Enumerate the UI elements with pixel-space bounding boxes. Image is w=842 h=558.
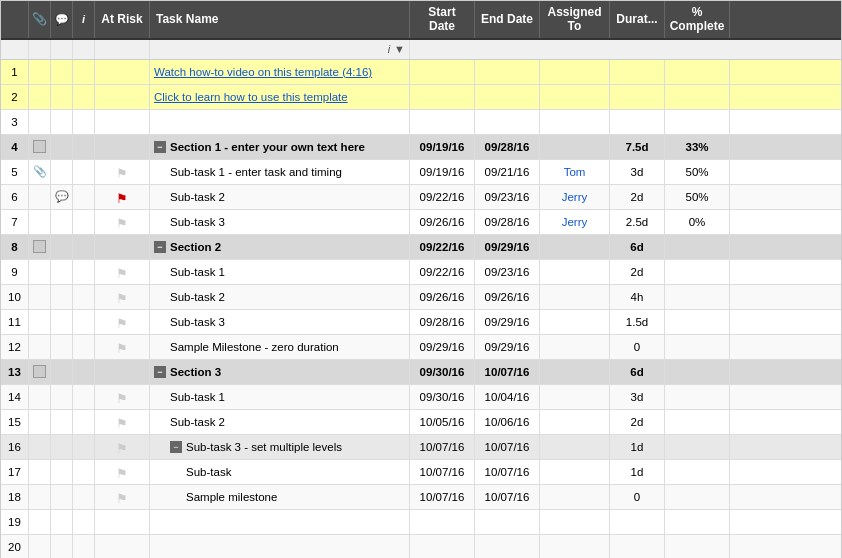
comment-6: 💬 — [51, 185, 73, 209]
pct-11 — [665, 310, 730, 334]
attach-19 — [29, 510, 51, 534]
info-7 — [73, 210, 95, 234]
assigned-4 — [540, 135, 610, 159]
flag-icon-15[interactable] — [116, 416, 128, 428]
start-2 — [410, 85, 475, 109]
row-num-15: 15 — [1, 410, 29, 434]
assigned-2 — [540, 85, 610, 109]
start-12: 09/29/16 — [410, 335, 475, 359]
flag-icon-10[interactable] — [116, 291, 128, 303]
row-num-3: 3 — [1, 110, 29, 134]
info-3 — [73, 110, 95, 134]
info-5 — [73, 160, 95, 184]
attach-12 — [29, 335, 51, 359]
assigned-5: Tom — [540, 160, 610, 184]
pct-1 — [665, 60, 730, 84]
duration-7: 2.5d — [610, 210, 665, 234]
row-num-9: 9 — [1, 260, 29, 284]
end-5: 09/21/16 — [475, 160, 540, 184]
end-17: 10/07/16 — [475, 460, 540, 484]
collapse-icon-8[interactable]: − — [154, 241, 166, 253]
flag-icon-red-6[interactable] — [116, 191, 128, 203]
comment-12 — [51, 335, 73, 359]
end-8: 09/29/16 — [475, 235, 540, 259]
info-19 — [73, 510, 95, 534]
atrisk-2 — [95, 85, 150, 109]
row-2: 2 Click to learn how to use this templat… — [1, 85, 841, 110]
start-13: 09/30/16 — [410, 360, 475, 384]
end-6: 09/23/16 — [475, 185, 540, 209]
row-num-4: 4 — [1, 135, 29, 159]
subheader-taskname: i ▼ — [150, 40, 410, 59]
paperclip-header-icon: 📎 — [32, 12, 47, 26]
end-3 — [475, 110, 540, 134]
flag-icon-14[interactable] — [116, 391, 128, 403]
s3-subtask2-name: Sub-task 2 — [170, 416, 225, 428]
flag-icon-17[interactable] — [116, 466, 128, 478]
col-header-start: Start Date — [410, 1, 475, 38]
start-10: 09/26/16 — [410, 285, 475, 309]
collapse-icon-13[interactable]: − — [154, 366, 166, 378]
attach-7 — [29, 210, 51, 234]
row-num-12: 12 — [1, 335, 29, 359]
link-learn-template[interactable]: Click to learn how to use this template — [154, 91, 348, 103]
duration-20 — [610, 535, 665, 558]
s2-subtask2-name: Sub-task 2 — [170, 291, 225, 303]
collapse-icon-16[interactable]: − — [170, 441, 182, 453]
assigned-12 — [540, 335, 610, 359]
info-11 — [73, 310, 95, 334]
attach-10 — [29, 285, 51, 309]
taskname-3 — [150, 110, 410, 134]
comment-icon-6: 💬 — [55, 190, 69, 203]
end-1 — [475, 60, 540, 84]
taskname-19 — [150, 510, 410, 534]
pct-8 — [665, 235, 730, 259]
duration-6: 2d — [610, 185, 665, 209]
info-20 — [73, 535, 95, 558]
comment-2 — [51, 85, 73, 109]
flag-icon-11[interactable] — [116, 316, 128, 328]
row-1: 1 Watch how-to video on this template (4… — [1, 60, 841, 85]
pct-7: 0% — [665, 210, 730, 234]
duration-11: 1.5d — [610, 310, 665, 334]
flag-icon-5[interactable] — [116, 166, 128, 178]
atrisk-14 — [95, 385, 150, 409]
flag-icon-7[interactable] — [116, 216, 128, 228]
comment-4 — [51, 135, 73, 159]
info-17 — [73, 460, 95, 484]
expand-subheader-icon[interactable]: ▼ — [394, 43, 405, 55]
pct-19 — [665, 510, 730, 534]
pct-4: 33% — [665, 135, 730, 159]
assigned-18 — [540, 485, 610, 509]
subheader-rownum — [1, 40, 29, 59]
pct-15 — [665, 410, 730, 434]
start-1 — [410, 60, 475, 84]
row-12: 12 Sample Milestone - zero duration 09/2… — [1, 335, 841, 360]
flag-icon-16[interactable] — [116, 441, 128, 453]
flag-icon-18[interactable] — [116, 491, 128, 503]
start-9: 09/22/16 — [410, 260, 475, 284]
atrisk-9 — [95, 260, 150, 284]
flag-icon-12[interactable] — [116, 341, 128, 353]
link-howto-video[interactable]: Watch how-to video on this template (4:1… — [154, 66, 372, 78]
flag-icon-9[interactable] — [116, 266, 128, 278]
atrisk-1 — [95, 60, 150, 84]
col-header-atrisk: At Risk — [95, 1, 150, 38]
end-18: 10/07/16 — [475, 485, 540, 509]
section-checkbox-4[interactable] — [33, 140, 46, 153]
pct-18 — [665, 485, 730, 509]
row-num-11: 11 — [1, 310, 29, 334]
section-checkbox-8[interactable] — [33, 240, 46, 253]
atrisk-13 — [95, 360, 150, 384]
section-checkbox-13[interactable] — [33, 365, 46, 378]
info-subheader-icon[interactable]: i — [388, 43, 390, 55]
end-date-label: End Date — [481, 12, 533, 26]
assigned-8 — [540, 235, 610, 259]
duration-label: Durat... — [616, 12, 657, 26]
row-num-1: 1 — [1, 60, 29, 84]
collapse-icon-4[interactable]: − — [154, 141, 166, 153]
start-8: 09/22/16 — [410, 235, 475, 259]
comment-9 — [51, 260, 73, 284]
row-10: 10 Sub-task 2 09/26/16 09/26/16 4h — [1, 285, 841, 310]
assigned-19 — [540, 510, 610, 534]
